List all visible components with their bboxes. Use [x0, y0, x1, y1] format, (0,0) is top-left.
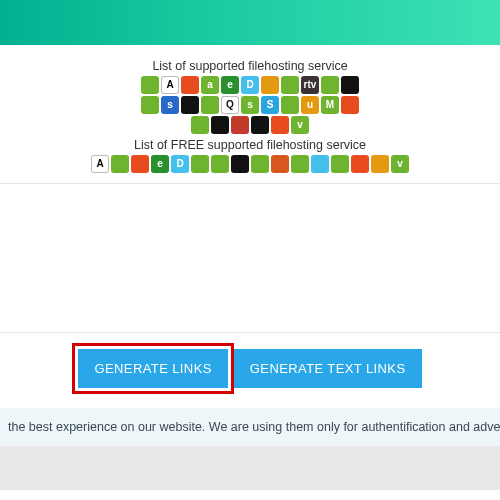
- free-1-icon[interactable]: [111, 155, 129, 173]
- generate-links-button[interactable]: GENERATE LINKS: [78, 349, 227, 388]
- button-bar: GENERATE LINKS GENERATE TEXT LINKS: [0, 333, 500, 408]
- footer-band: [0, 446, 500, 490]
- host-11-icon[interactable]: [341, 96, 359, 114]
- host-10-icon[interactable]: [281, 96, 299, 114]
- host-2-icon[interactable]: [181, 76, 199, 94]
- header-band: [0, 0, 500, 45]
- host-v-icon[interactable]: v: [291, 116, 309, 134]
- host-9-icon[interactable]: [201, 96, 219, 114]
- host-8-icon[interactable]: [181, 96, 199, 114]
- free-4-icon[interactable]: [211, 155, 229, 173]
- icon-grid-all: AaeDrtvsQsSuMv: [0, 76, 500, 134]
- host-d-icon[interactable]: D: [241, 76, 259, 94]
- host-16-icon[interactable]: [271, 116, 289, 134]
- host-s3-icon[interactable]: S: [261, 96, 279, 114]
- host-e-icon[interactable]: e: [221, 76, 239, 94]
- free-11-icon[interactable]: [351, 155, 369, 173]
- host-7-icon[interactable]: [141, 96, 159, 114]
- icon-row: AaeDrtv: [141, 76, 359, 94]
- host-5-icon[interactable]: [321, 76, 339, 94]
- free-6-icon[interactable]: [251, 155, 269, 173]
- free-e-icon[interactable]: e: [151, 155, 169, 173]
- host-s-icon[interactable]: s: [161, 96, 179, 114]
- free-2-icon[interactable]: [131, 155, 149, 173]
- host-12-icon[interactable]: [191, 116, 209, 134]
- free-5-icon[interactable]: [231, 155, 249, 173]
- host-15-icon[interactable]: [251, 116, 269, 134]
- host-4-icon[interactable]: [281, 76, 299, 94]
- cookie-text: the best experience on our website. We a…: [8, 420, 500, 434]
- supported-section: List of supported filehosting service Aa…: [0, 45, 500, 173]
- free-a-icon[interactable]: A: [91, 155, 109, 173]
- content-area: [0, 184, 500, 332]
- free-10-icon[interactable]: [331, 155, 349, 173]
- free-d-icon[interactable]: D: [171, 155, 189, 173]
- supported-label-free: List of FREE supported filehosting servi…: [0, 138, 500, 152]
- free-8-icon[interactable]: [291, 155, 309, 173]
- icon-row: v: [191, 116, 309, 134]
- host-s2-icon[interactable]: s: [241, 96, 259, 114]
- host-3-icon[interactable]: [261, 76, 279, 94]
- host-m-icon[interactable]: M: [321, 96, 339, 114]
- free-v-icon[interactable]: v: [391, 155, 409, 173]
- generate-text-links-button[interactable]: GENERATE TEXT LINKS: [234, 349, 422, 388]
- free-9-icon[interactable]: [311, 155, 329, 173]
- host-a2-icon[interactable]: a: [201, 76, 219, 94]
- host-6-icon[interactable]: [341, 76, 359, 94]
- supported-label-all: List of supported filehosting service: [0, 59, 500, 73]
- free-3-icon[interactable]: [191, 155, 209, 173]
- icon-row: sQsSuM: [141, 96, 359, 114]
- host-14-icon[interactable]: [231, 116, 249, 134]
- host-1-icon[interactable]: [141, 76, 159, 94]
- host-rtv-icon[interactable]: rtv: [301, 76, 319, 94]
- free-12-icon[interactable]: [371, 155, 389, 173]
- host-q-icon[interactable]: Q: [221, 96, 239, 114]
- free-7-icon[interactable]: [271, 155, 289, 173]
- icon-row: AeDv: [91, 155, 409, 173]
- cookie-notice: the best experience on our website. We a…: [0, 408, 500, 446]
- host-13-icon[interactable]: [211, 116, 229, 134]
- icon-grid-free: AeDv: [0, 155, 500, 173]
- highlight-annotation: GENERATE LINKS: [78, 349, 227, 388]
- host-a-icon[interactable]: A: [161, 76, 179, 94]
- host-u-icon[interactable]: u: [301, 96, 319, 114]
